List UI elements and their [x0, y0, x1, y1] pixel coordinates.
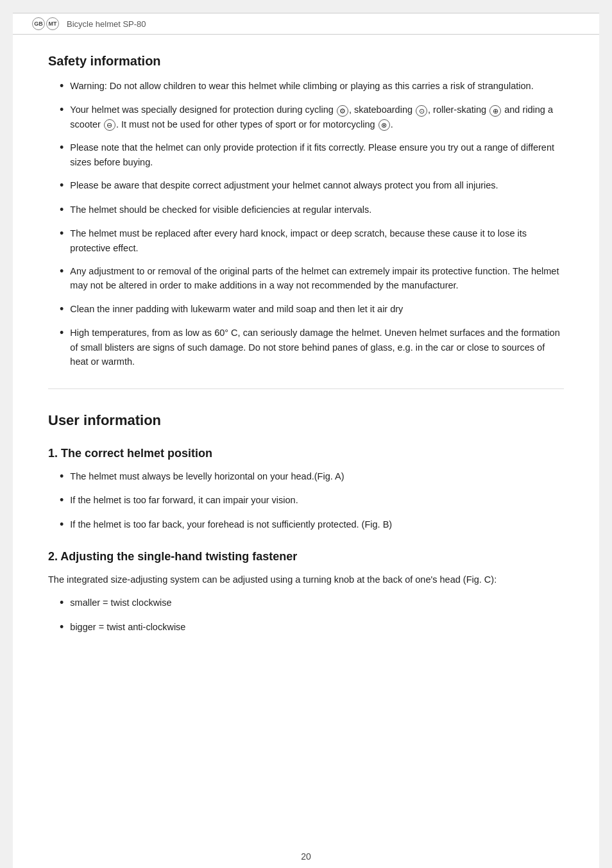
safety-section: Safety information Warning: Do not allow…: [48, 54, 564, 369]
list-item-text: Warning: Do not allow children to wear t…: [70, 79, 564, 93]
list-item-text: The helmet must be replaced after every …: [70, 226, 564, 255]
subsection1-list: The helmet must always be levelly horizo…: [48, 469, 564, 532]
list-item-text: Your helmet was specially designed for p…: [70, 103, 564, 131]
list-item: The helmet should be checked for visible…: [48, 203, 564, 217]
list-item: Please be aware that despite correct adj…: [48, 178, 564, 193]
list-item-text: Any adjustment to or removal of the orig…: [70, 264, 564, 293]
list-item: Any adjustment to or removal of the orig…: [48, 264, 564, 293]
list-item: Your helmet was specially designed for p…: [48, 103, 564, 131]
list-item: The helmet must be replaced after every …: [48, 226, 564, 255]
list-item-text: The helmet should be checked for visible…: [70, 203, 564, 217]
list-item-text: Clean the inner padding with lukewarm wa…: [70, 302, 564, 316]
scooter-icon: ⊖: [104, 119, 115, 131]
list-item: Clean the inner padding with lukewarm wa…: [48, 302, 564, 317]
list-item: If the helmet is too far back, your fore…: [48, 517, 564, 532]
subsection2-intro: The integrated size-adjusting system can…: [48, 572, 564, 587]
flag-badges: GB MT: [32, 17, 59, 30]
list-item: bigger = twist anti-clockwise: [48, 620, 564, 635]
list-item: Warning: Do not allow children to wear t…: [48, 79, 564, 94]
list-item-text: High temperatures, from as low as 60° C,…: [70, 326, 564, 369]
user-section: User information 1. The correct helmet p…: [48, 412, 564, 635]
subsection-2: 2. Adjusting the single-hand twisting fa…: [48, 550, 564, 635]
header-title: Bicycle helmet SP-80: [67, 19, 146, 29]
motorcycling-icon: ⊗: [378, 119, 390, 131]
cycling-icon: ⚙: [337, 105, 348, 117]
subsection-1: 1. The correct helmet position The helme…: [48, 447, 564, 532]
roller-skating-icon: ⊕: [489, 105, 501, 117]
user-section-title: User information: [48, 412, 564, 429]
section-divider: [48, 388, 564, 389]
skateboarding-icon: ⊙: [416, 105, 427, 117]
list-item-text: Please be aware that despite correct adj…: [70, 178, 564, 192]
subsection2-list: smaller = twist clockwise bigger = twist…: [48, 596, 564, 635]
list-item: Please note that the helmet can only pro…: [48, 140, 564, 169]
subsection2-title: 2. Adjusting the single-hand twisting fa…: [48, 550, 564, 563]
list-item: If the helmet is too far forward, it can…: [48, 493, 564, 508]
page: GB MT Bicycle helmet SP-80 Safety inform…: [13, 13, 599, 868]
list-item-text: If the helmet is too far forward, it can…: [70, 493, 564, 507]
list-item-text: If the helmet is too far back, your fore…: [70, 517, 564, 531]
main-content: Safety information Warning: Do not allow…: [13, 54, 599, 682]
header-bar: GB MT Bicycle helmet SP-80: [13, 13, 599, 35]
list-item-text: smaller = twist clockwise: [70, 596, 564, 610]
subsection1-title: 1. The correct helmet position: [48, 447, 564, 460]
list-item-text: Please note that the helmet can only pro…: [70, 140, 564, 169]
badge-gb: GB: [32, 17, 45, 30]
list-item-text: The helmet must always be levelly horizo…: [70, 469, 564, 483]
badge-mt: MT: [46, 17, 59, 30]
safety-list: Warning: Do not allow children to wear t…: [48, 79, 564, 369]
list-item: smaller = twist clockwise: [48, 596, 564, 610]
list-item-text: bigger = twist anti-clockwise: [70, 620, 564, 634]
list-item: High temperatures, from as low as 60° C,…: [48, 326, 564, 369]
page-number: 20: [301, 851, 311, 862]
safety-section-title: Safety information: [48, 54, 564, 69]
list-item: The helmet must always be levelly horizo…: [48, 469, 564, 484]
